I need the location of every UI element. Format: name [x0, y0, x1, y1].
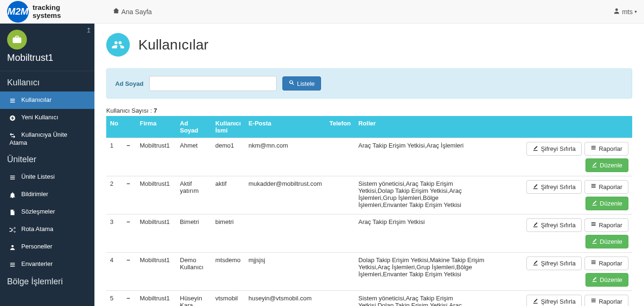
sidebar-item-label: Ünite Listesi	[21, 173, 55, 180]
home-icon	[113, 8, 119, 16]
nav-user-label: mts	[622, 8, 633, 16]
cell-email: mukadder@mobiltrust.com	[245, 176, 326, 215]
edit-button[interactable]: Düzenle	[585, 273, 628, 287]
sidebar-item[interactable]: Envanterler	[0, 256, 94, 273]
search-icon	[288, 80, 295, 87]
edit-icon	[533, 298, 538, 305]
cell-ad: Hüseyin Kara	[176, 291, 212, 306]
edit-icon	[533, 260, 538, 267]
nav-home-link[interactable]: Ana Sayfa	[113, 8, 152, 16]
brand-name: Mobiltrust1	[7, 52, 87, 63]
cell-roles: Sistem yöneticisi,Araç Takip Erişim Yetk…	[355, 176, 491, 215]
cell-tel	[326, 176, 355, 215]
list-icon	[9, 174, 18, 181]
row-collapse-icon[interactable]: −	[127, 218, 130, 225]
sidebar-item[interactable]: Personeller	[0, 238, 94, 256]
user-count: Kullanıcı Sayısı : 7	[106, 107, 632, 114]
caret-down-icon: ▾	[635, 9, 637, 14]
random-icon	[9, 226, 18, 233]
plus-icon	[9, 115, 18, 122]
edit-button[interactable]: Düzenle	[585, 235, 628, 248]
users-table: No Firma Ad Soyad Kullanıcı İsmi E-Posta…	[106, 116, 632, 306]
cell-roles: Araç Takip Erişim Yetkisi	[355, 215, 491, 253]
reports-button[interactable]: Raporlar	[585, 218, 628, 232]
row-collapse-icon[interactable]: −	[127, 142, 130, 149]
sidebar-item[interactable]: Rota Atama	[0, 221, 94, 238]
sidebar-item[interactable]: Kullanıcılar	[0, 91, 94, 109]
list-icon	[591, 260, 596, 267]
logo-text: tracking systems	[33, 4, 61, 19]
nav-user-menu[interactable]: mts ▾	[613, 8, 637, 16]
bell-icon	[9, 191, 18, 198]
cell-no: 1	[106, 138, 123, 176]
reports-button[interactable]: Raporlar	[585, 142, 628, 156]
table-row: 1−Mobiltrust1Ahmetdemo1nkm@mn.comAraç Ta…	[106, 138, 632, 176]
cell-firma: Mobiltrust1	[136, 253, 176, 291]
edit-button[interactable]: Düzenle	[585, 158, 628, 172]
cell-ad: Aktif yatırım	[176, 176, 212, 215]
sidebar-item[interactable]: Bildirimler	[0, 186, 94, 203]
cell-user: mtsdemo	[212, 253, 245, 291]
logo-badge: M2M	[7, 1, 29, 23]
list-icon	[9, 97, 18, 104]
reset-password-button[interactable]: Şifreyi Sıfırla	[526, 180, 582, 194]
cell-firma: Mobiltrust1	[136, 215, 176, 253]
brand-circle-icon	[7, 30, 27, 50]
sidebar-item-label: Envanterler	[21, 260, 52, 267]
table-row: 3−Mobiltrust1BimetribimetriAraç Takip Er…	[106, 215, 632, 253]
sidebar-item[interactable]: Yeni Kullanıcı	[0, 109, 94, 126]
cell-tel	[326, 253, 355, 291]
user-icon	[9, 244, 18, 251]
file-icon	[9, 209, 18, 216]
cell-firma: Mobiltrust1	[136, 176, 176, 215]
row-collapse-icon[interactable]: −	[127, 295, 130, 302]
sidebar-section-title: Kullanıcı	[0, 74, 94, 91]
th-kullanici: Kullanıcı İsmi	[212, 116, 245, 138]
cell-user: aktif	[212, 176, 245, 215]
logo: M2M tracking systems	[7, 1, 61, 23]
sidebar-item[interactable]: Ünite Listesi	[0, 168, 94, 186]
reset-password-button[interactable]: Şifreyi Sıfırla	[526, 295, 582, 306]
edit-icon	[592, 162, 597, 169]
th-eposta: E-Posta	[245, 116, 326, 138]
edit-icon	[533, 145, 538, 152]
reset-password-button[interactable]: Şifreyi Sıfırla	[526, 142, 582, 156]
th-telefon: Telefon	[326, 116, 355, 138]
row-collapse-icon[interactable]: −	[127, 256, 130, 264]
reports-button[interactable]: Raporlar	[585, 295, 628, 306]
filter-label: Ad Soyad	[115, 80, 144, 87]
th-roller: Roller	[355, 116, 491, 138]
table-row: 4−Mobiltrust1Demo Kullanıcımtsdemomjjsjs…	[106, 253, 632, 291]
list-button[interactable]: Listele	[282, 76, 321, 91]
cell-ad: Bimetri	[176, 215, 212, 253]
reports-button[interactable]: Raporlar	[585, 256, 628, 270]
list-icon	[591, 222, 596, 229]
list-icon	[591, 298, 596, 305]
name-filter-input[interactable]	[149, 76, 277, 91]
cell-tel	[326, 291, 355, 306]
sidebar-item[interactable]: Kullanıcıya Ünite Atama	[0, 126, 94, 151]
cell-roles: Sistem yöneticisi,Araç Takip Erişim Yetk…	[355, 291, 491, 306]
page-header: Kullanıcılar	[106, 33, 632, 57]
edit-icon	[592, 238, 597, 245]
edit-icon	[533, 183, 538, 190]
cell-email: huseyin@vtsmobil.com	[245, 291, 326, 306]
reports-button[interactable]: Raporlar	[585, 180, 628, 194]
cell-email	[245, 215, 326, 253]
edit-icon	[592, 200, 597, 207]
reset-password-button[interactable]: Şifreyi Sıfırla	[526, 218, 582, 232]
page-icon-users	[106, 33, 130, 57]
sidebar-item-label: Personeller	[21, 243, 52, 250]
reset-password-button[interactable]: Şifreyi Sıfırla	[526, 256, 582, 270]
edit-button[interactable]: Düzenle	[585, 197, 628, 210]
th-adsoyad: Ad Soyad	[176, 116, 212, 138]
sidebar-item[interactable]: Sözleşmeler	[0, 203, 94, 221]
sidebar-section-title: Üniteler	[0, 151, 94, 168]
user-icon	[613, 8, 620, 16]
cell-email: nkm@mn.com	[245, 138, 326, 176]
sidebar-collapse-icon[interactable]: ↥	[86, 26, 92, 34]
th-no: No	[106, 116, 123, 138]
cell-ad: Ahmet	[176, 138, 212, 176]
cell-firma: Mobiltrust1	[136, 291, 176, 306]
row-collapse-icon[interactable]: −	[127, 180, 130, 187]
